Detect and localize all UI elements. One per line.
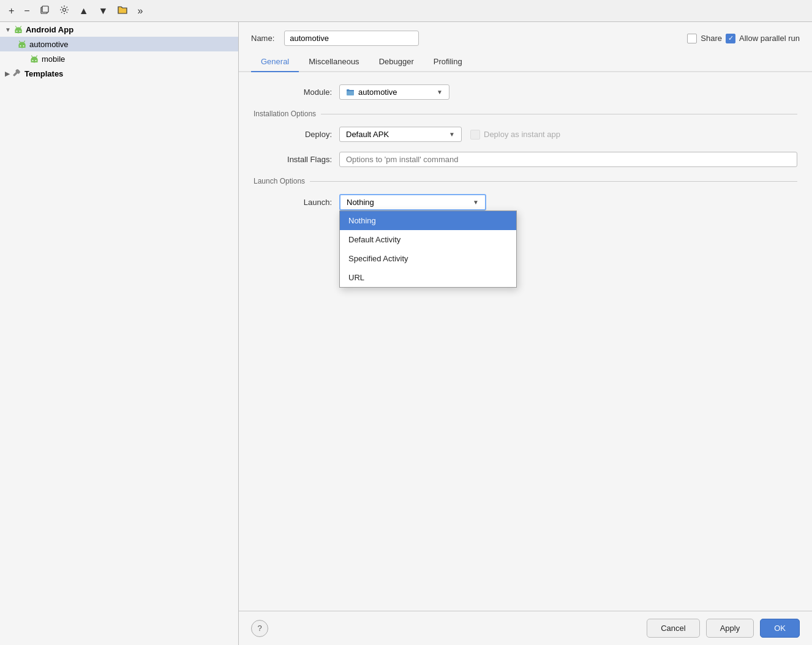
svg-point-17 — [32, 60, 34, 61]
tab-general[interactable]: General — [251, 52, 299, 72]
svg-line-8 — [20, 26, 21, 28]
ok-button[interactable]: OK — [760, 619, 800, 638]
down-button[interactable]: ▼ — [96, 5, 111, 17]
instant-app-label: Deploy as instant app — [484, 130, 560, 139]
launch-dropdown-menu: Nothing Default Activity Specified Activ… — [339, 211, 517, 288]
launch-value: Nothing — [347, 198, 374, 207]
launch-options-header: Launch Options — [254, 177, 797, 185]
android-icon-mobile — [29, 54, 39, 64]
svg-line-14 — [24, 41, 25, 42]
instant-app-checkbox[interactable] — [470, 130, 480, 140]
tab-debugger[interactable]: Debugger — [369, 52, 424, 72]
module-row: Module: automotive ▼ — [254, 84, 797, 100]
more-button[interactable]: » — [135, 5, 145, 17]
svg-rect-4 — [15, 30, 21, 33]
launch-dropdown[interactable]: Nothing ▼ — [339, 194, 486, 211]
share-checkbox[interactable] — [687, 34, 697, 43]
right-panel: Name: Share ✓ Allow parallel run General… — [239, 22, 812, 645]
copy-button[interactable] — [37, 4, 52, 18]
deploy-dropdown[interactable]: Default APK ▼ — [339, 127, 462, 142]
tree-item-android-app[interactable]: ▼ Android App — [0, 22, 238, 37]
apply-button[interactable]: Apply — [706, 619, 754, 638]
instant-app-area: Deploy as instant app — [470, 130, 560, 140]
tabs-row: General Miscellaneous Debugger Profiling — [239, 52, 812, 72]
bottom-bar: ? Cancel Apply OK — [239, 611, 812, 645]
tree-item-mobile[interactable]: mobile — [0, 51, 238, 66]
launch-option-url[interactable]: URL — [340, 268, 516, 287]
content-area: Module: automotive ▼ Installation Option… — [239, 72, 812, 611]
deploy-value: Default APK — [346, 130, 389, 139]
deploy-arrow: ▼ — [449, 131, 455, 138]
tab-miscellaneous[interactable]: Miscellaneous — [299, 52, 369, 72]
svg-rect-1 — [42, 6, 48, 12]
expand-triangle-templates: ▶ — [5, 70, 10, 77]
deploy-label: Deploy: — [254, 130, 339, 139]
launch-label: Launch: — [254, 198, 339, 207]
android-icon-automotive — [17, 39, 27, 49]
svg-rect-10 — [19, 45, 26, 48]
installation-options-label: Installation Options — [254, 110, 316, 118]
share-label: Share — [701, 34, 722, 43]
wrench-icon — [12, 69, 22, 78]
cancel-button[interactable]: Cancel — [647, 619, 699, 638]
svg-rect-16 — [31, 59, 38, 62]
module-dropdown-arrow: ▼ — [437, 89, 443, 95]
svg-point-2 — [62, 9, 66, 12]
tab-profiling[interactable]: Profiling — [424, 52, 472, 72]
deploy-row: Deploy: Default APK ▼ Deploy as instant … — [254, 127, 797, 142]
folder-button[interactable] — [115, 4, 130, 18]
settings-button[interactable] — [57, 4, 72, 18]
name-label: Name: — [251, 34, 274, 43]
section-line-2 — [310, 181, 797, 182]
tree-item-automotive[interactable]: automotive — [0, 37, 238, 51]
svg-line-20 — [36, 56, 37, 57]
parallel-label: Allow parallel run — [739, 34, 800, 43]
module-label: Module: — [254, 88, 339, 97]
main-content: ▼ Android App automotive — [0, 22, 812, 645]
svg-point-5 — [16, 31, 17, 32]
svg-line-19 — [32, 56, 33, 57]
installation-options-header: Installation Options — [254, 110, 797, 118]
module-value: automotive — [358, 88, 397, 97]
automotive-label: automotive — [29, 40, 69, 49]
svg-point-18 — [36, 60, 37, 61]
module-dropdown[interactable]: automotive ▼ — [339, 84, 449, 100]
templates-label: Templates — [24, 69, 63, 78]
remove-button[interactable]: − — [21, 5, 32, 17]
toolbar: + − ▲ ▼ » — [0, 0, 812, 22]
svg-point-6 — [19, 31, 20, 32]
parallel-checkbox[interactable]: ✓ — [726, 34, 735, 43]
left-panel: ▼ Android App automotive — [0, 22, 239, 645]
android-icon — [13, 24, 23, 34]
launch-dropdown-wrapper: Nothing ▼ Nothing Default Activity Speci… — [339, 194, 486, 211]
launch-arrow: ▼ — [473, 199, 479, 206]
add-button[interactable]: + — [6, 5, 17, 17]
android-app-label: Android App — [26, 25, 73, 34]
mobile-label: mobile — [42, 54, 65, 64]
expand-triangle: ▼ — [5, 26, 11, 33]
launch-option-specified-activity[interactable]: Specified Activity — [340, 249, 516, 268]
help-button[interactable]: ? — [251, 620, 268, 637]
share-area: Share ✓ Allow parallel run — [687, 34, 800, 43]
svg-line-13 — [20, 41, 21, 42]
install-flags-row: Install Flags: — [254, 152, 797, 167]
up-button[interactable]: ▲ — [77, 5, 91, 17]
install-flags-label: Install Flags: — [254, 155, 339, 164]
svg-line-7 — [15, 26, 17, 28]
launch-option-nothing[interactable]: Nothing — [340, 211, 516, 230]
svg-point-12 — [23, 45, 24, 47]
module-folder-icon — [346, 88, 355, 97]
install-flags-input[interactable] — [339, 152, 797, 167]
section-line — [321, 114, 797, 114]
launch-options-label: Launch Options — [254, 177, 305, 185]
launch-row: Launch: Nothing ▼ Nothing Default Activi… — [254, 194, 797, 211]
name-input[interactable] — [284, 31, 419, 46]
launch-option-default-activity[interactable]: Default Activity — [340, 230, 516, 249]
svg-point-11 — [20, 45, 21, 47]
header-row: Name: Share ✓ Allow parallel run — [239, 22, 812, 52]
tree-item-templates[interactable]: ▶ Templates — [0, 66, 238, 81]
